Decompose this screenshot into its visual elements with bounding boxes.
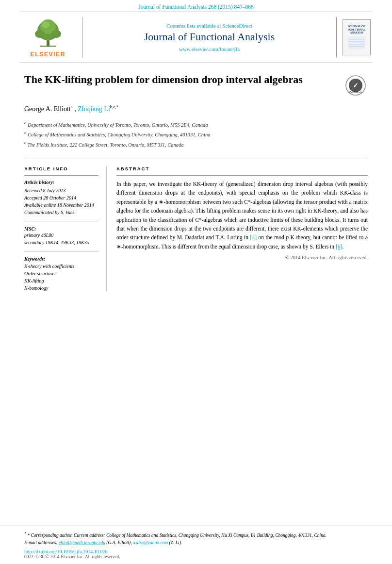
- msc-section: MSC: primary 46L80 secondary 19K14, 19K3…: [24, 226, 98, 246]
- footnote-corresponding: * * Corresponding author. Current addres…: [24, 531, 368, 539]
- accepted-date: Accepted 28 October 2014: [24, 194, 98, 201]
- sciencedirect-link[interactable]: ScienceDirect: [222, 23, 252, 29]
- footnote-email: E-mail addresses: elliott@math.toronto.e…: [24, 539, 368, 546]
- communicated-by: Communicated by S. Vaes: [24, 209, 98, 216]
- svg-point-6: [42, 21, 49, 28]
- doi-line[interactable]: http://dx.doi.org/10.1016/j.jfa.2014.10.…: [24, 549, 368, 554]
- article-title: The KK-lifting problem for dimension dro…: [24, 73, 343, 87]
- thumb-title: JOURNAL OFFUNCTIONALANALYSIS: [348, 25, 366, 34]
- top-bar: Journal of Functional Analysis 268 (2015…: [0, 0, 392, 12]
- authors-line: George A. Elliotta , Zhiqiang Lib,c,*: [24, 104, 368, 113]
- article-title-area: The KK-lifting problem for dimension dro…: [24, 73, 368, 96]
- svg-text:✓: ✓: [353, 82, 359, 89]
- two-col-section: ARTICLE INFO Article history: Received 8…: [24, 166, 368, 292]
- svg-point-4: [35, 30, 45, 38]
- abstract-text: In this paper, we investigate the KK-the…: [116, 180, 368, 251]
- msc-divider: [24, 221, 98, 221]
- crossmark-area: ✓ CrossMark: [343, 73, 368, 96]
- sciencedirect-prefix: Contents lists available at: [166, 23, 222, 29]
- elsevier-logo-area: ELSEVIER: [19, 17, 82, 58]
- journal-name: Journal of Functional Analysis: [144, 31, 275, 43]
- copyright: © 2014 Elsevier Inc. All rights reserved…: [116, 255, 368, 260]
- email2-author: (Z. Li).: [169, 540, 182, 545]
- email1-link[interactable]: elliott@math.toronto.edu: [59, 540, 105, 545]
- available-online-date: Available online 18 November 2014: [24, 201, 98, 209]
- author1-sup: a: [71, 104, 73, 109]
- thumb-graphic: [347, 35, 366, 50]
- ref-6[interactable]: [6]: [336, 244, 342, 249]
- article-info-label: ARTICLE INFO: [24, 166, 98, 171]
- affiliation-c: c The Fields Institute, 222 College Stre…: [24, 140, 368, 149]
- page: Journal of Functional Analysis 268 (2015…: [0, 0, 392, 564]
- abstract-label: ABSTRACT: [116, 166, 368, 171]
- msc-primary: primary 46L80: [24, 232, 98, 239]
- svg-rect-0: [47, 40, 49, 46]
- author1-name: George A. Elliott: [24, 105, 71, 113]
- email2-link[interactable]: axdzq@yahoo.com: [133, 540, 168, 545]
- keywords-divider: [24, 251, 98, 251]
- keywords-label: Keywords:: [24, 256, 98, 262]
- keyword-1: K-theory with coefficients: [24, 263, 98, 270]
- journal-reference: Journal of Functional Analysis 268 (2015…: [138, 4, 254, 10]
- keyword-2: Order structures: [24, 270, 98, 277]
- msc-label: MSC:: [24, 226, 98, 232]
- elsevier-wordmark: ELSEVIER: [30, 50, 65, 58]
- affiliation-a: a Department of Mathematics, University …: [24, 120, 368, 129]
- journal-thumbnail: JOURNAL OFFUNCTIONALANALYSIS: [336, 17, 373, 58]
- keyword-4: K-homology: [24, 284, 98, 292]
- received-date: Received 8 July 2013: [24, 187, 98, 194]
- elsevier-tree-icon: [26, 17, 70, 49]
- svg-point-5: [51, 30, 61, 38]
- doi-text: http://dx.doi.org/10.1016/j.jfa.2014.10.…: [24, 549, 107, 554]
- affiliations: a Department of Mathematics, University …: [24, 120, 368, 149]
- thumb-cover: JOURNAL OFFUNCTIONALANALYSIS: [343, 19, 371, 55]
- journal-title-area: Contents lists available at ScienceDirec…: [82, 17, 336, 58]
- divider-1: [24, 159, 368, 159]
- author2-name: Zhiqiang Li: [78, 105, 110, 113]
- journal-header: ELSEVIER Contents lists available at Sci…: [19, 12, 373, 63]
- crossmark-icon: ✓ CrossMark: [345, 75, 366, 96]
- sciencedirect-line: Contents lists available at ScienceDirec…: [166, 23, 252, 29]
- ref-4[interactable]: [4]: [250, 234, 257, 240]
- abstract-divider: [116, 175, 368, 176]
- main-content: The KK-lifting problem for dimension dro…: [0, 63, 392, 526]
- keywords-section: Keywords: K-theory with coefficients Ord…: [24, 256, 98, 292]
- info-divider: [24, 175, 98, 176]
- article-info-col: ARTICLE INFO Article history: Received 8…: [24, 166, 107, 292]
- email1-author: (G.A. Elliott),: [106, 540, 131, 545]
- footer-area: * * Corresponding author. Current addres…: [0, 526, 392, 564]
- journal-url[interactable]: www.elsevier.com/locate/jfa: [179, 46, 240, 52]
- article-history-label: Article history:: [24, 180, 98, 185]
- svg-text:CrossMark: CrossMark: [349, 91, 362, 94]
- abstract-col: ABSTRACT In this paper, we investigate t…: [116, 166, 368, 292]
- issn-line: 0022-1236/© 2014 Elsevier Inc. All right…: [24, 554, 368, 559]
- svg-rect-1: [40, 46, 56, 47]
- affiliation-b: b College of Mathematics and Statistics,…: [24, 130, 368, 139]
- email-label: E-mail addresses:: [24, 540, 59, 545]
- svg-rect-7: [348, 36, 365, 49]
- keyword-3: KK-lifting: [24, 277, 98, 284]
- msc-secondary: secondary 19K14, 19K33, 19K35: [24, 239, 98, 246]
- author2-sup: b,c,*: [110, 104, 119, 109]
